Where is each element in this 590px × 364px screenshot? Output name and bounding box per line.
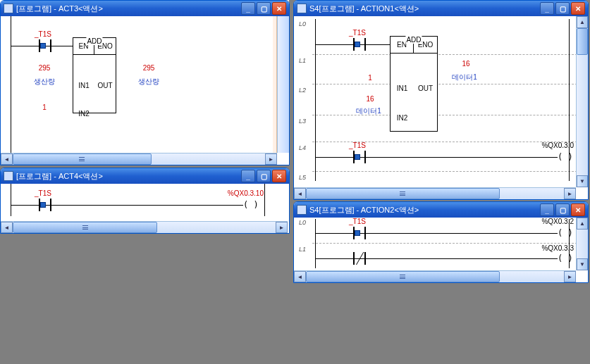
- output-addr-r4: %QX0.3.0: [541, 142, 574, 149]
- output-coil-r1[interactable]: ( ): [558, 253, 573, 263]
- window-act3: [프로그램] - ACT3<액션> _ ▢ ✕ _T1S EN ADD ENO: [0, 0, 290, 165]
- in1-value: 1: [355, 74, 386, 82]
- minimize-button[interactable]: _: [540, 203, 554, 216]
- scroll-left-btn[interactable]: ◄: [294, 188, 306, 199]
- titlebar-act4[interactable]: [프로그램] - ACT4<액션> _ ▢ ✕: [1, 168, 289, 184]
- output-addr-r1: %QX0.3.3: [541, 244, 574, 252]
- program-icon: [4, 4, 13, 13]
- contact-state: [40, 202, 46, 208]
- maximize-button[interactable]: ▢: [555, 2, 570, 15]
- program-icon: [297, 4, 307, 13]
- scrollbar-v-action1[interactable]: ▲ ▼: [576, 16, 588, 187]
- body-action2: L0 L1 _T1S ( ) %QX0.3.2 ( ) %QX: [294, 218, 588, 282]
- contact-nc[interactable]: [350, 252, 369, 265]
- minimize-button[interactable]: _: [241, 2, 255, 15]
- scrollbar-v-action2[interactable]: ▲ ▼: [576, 218, 588, 270]
- contact-label-t1s: _T1S: [35, 30, 51, 38]
- rung-l1: L1: [294, 246, 311, 253]
- title-act3: [프로그램] - ACT3<액션>: [16, 4, 238, 14]
- window-act4: [프로그램] - ACT4<액션> _ ▢ ✕ _T1S ( ) %QX0.3.…: [0, 168, 290, 234]
- output-addr-r0: %QX0.3.2: [541, 218, 574, 225]
- rung-l0: L0: [294, 219, 311, 226]
- body-act4: _T1S ( ) %QX0.3.10 ◄ ►: [1, 184, 289, 233]
- contact-state: [355, 230, 360, 236]
- scroll-down-btn[interactable]: ▼: [577, 175, 588, 187]
- output-coil[interactable]: ( ): [243, 200, 259, 210]
- title-action1: S4[프로그램] - ACTION1<액션>: [309, 4, 537, 14]
- in2-pin: IN2: [391, 108, 414, 127]
- program-icon: [297, 205, 307, 215]
- titlebar-action2[interactable]: S4[프로그램] - ACTION2<액션> _ ▢ ✕: [294, 202, 588, 218]
- output-addr: %QX0.3.10: [228, 189, 264, 197]
- out-value: 295: [133, 64, 164, 72]
- title-act4: [프로그램] - ACT4<액션>: [16, 171, 238, 182]
- close-button[interactable]: ✕: [571, 2, 585, 15]
- close-button[interactable]: ✕: [272, 2, 286, 15]
- scroll-right-btn[interactable]: ►: [276, 222, 288, 233]
- block-name: ADD: [86, 37, 102, 45]
- close-button[interactable]: ✕: [571, 203, 585, 216]
- ladder-action1: L0 L1 L2 L3 L4 L5 _T1S EN ADD: [294, 16, 588, 199]
- in2-pin: IN2: [73, 104, 94, 123]
- rung-l5: L5: [294, 174, 311, 181]
- contact-label-t1s: _T1S: [349, 29, 366, 37]
- in2-value: 1: [29, 103, 60, 111]
- scrollbar-h-action2[interactable]: ◄ ►: [294, 270, 576, 282]
- scroll-down-btn[interactable]: ▼: [577, 258, 588, 270]
- title-action2: S4[프로그램] - ACTION2<액션>: [309, 205, 537, 215]
- out-pin: OUT: [94, 76, 116, 94]
- scroll-left-btn[interactable]: ◄: [294, 271, 306, 282]
- minimize-button[interactable]: _: [540, 2, 554, 15]
- in2-name: 데이터1: [348, 106, 390, 116]
- body-action1: L0 L1 L2 L3 L4 L5 _T1S EN ADD: [294, 16, 588, 199]
- contact-label-t1s: _T1S: [349, 218, 366, 225]
- scroll-left-btn[interactable]: ◄: [1, 153, 13, 165]
- maximize-button[interactable]: ▢: [257, 2, 271, 15]
- in1-pin: IN1: [391, 79, 414, 97]
- body-act3: _T1S EN ADD ENO IN1 OUT IN2 295 생산량: [1, 16, 289, 165]
- scroll-up-btn[interactable]: ▲: [577, 218, 588, 230]
- titlebar-act3[interactable]: [프로그램] - ACT3<액션> _ ▢ ✕: [1, 1, 289, 16]
- out-value: 16: [450, 60, 481, 68]
- maximize-button[interactable]: ▢: [257, 170, 271, 182]
- rung-l4: L4: [294, 144, 311, 151]
- add-block[interactable]: EN ADD ENO IN1 OUT IN2: [390, 36, 438, 132]
- contact-state: [355, 42, 360, 47]
- in1-pin: IN1: [73, 76, 94, 94]
- window-action1: S4[프로그램] - ACTION1<액션> _ ▢ ✕ L0 L1 L2 L3…: [293, 0, 589, 200]
- minimize-button[interactable]: _: [241, 170, 255, 182]
- scrollbar-h-act4[interactable]: ◄ ►: [1, 221, 288, 233]
- contact-label-t1s: _T1S: [35, 189, 51, 197]
- out-pin: OUT: [414, 79, 437, 97]
- rung-l0: L0: [294, 20, 311, 27]
- output-coil-r4[interactable]: ( ): [558, 152, 573, 162]
- contact-state-r4: [355, 154, 360, 160]
- ladder-act3: _T1S EN ADD ENO IN1 OUT IN2 295 생산량: [1, 16, 289, 165]
- scroll-right-btn[interactable]: ►: [564, 271, 576, 282]
- scroll-right-btn[interactable]: ►: [564, 188, 576, 199]
- titlebar-action1[interactable]: S4[프로그램] - ACTION1<액션> _ ▢ ✕: [294, 1, 588, 16]
- in1-name: 생산량: [23, 77, 66, 87]
- window-action2: S4[프로그램] - ACTION2<액션> _ ▢ ✕ L0 L1 _T1S …: [293, 201, 589, 283]
- program-icon: [4, 171, 13, 181]
- add-block[interactable]: EN ADD ENO IN1 OUT IN2: [73, 37, 116, 113]
- out-name: 데이터1: [443, 73, 486, 82]
- in1-value: 295: [29, 64, 60, 72]
- contact-label-r4: _T1S: [349, 142, 366, 149]
- scroll-right-btn[interactable]: ►: [265, 153, 277, 165]
- maximize-button[interactable]: ▢: [555, 203, 570, 216]
- in2-value: 16: [355, 95, 386, 103]
- rung-l1: L1: [294, 57, 311, 64]
- block-name: ADD: [405, 36, 422, 44]
- out-name: 생산량: [128, 77, 170, 87]
- rung-l3: L3: [294, 118, 311, 125]
- scroll-left-btn[interactable]: ◄: [1, 222, 13, 233]
- scrollbar-v-act3[interactable]: [277, 16, 289, 153]
- rung-l2: L2: [294, 87, 311, 94]
- contact-state: [40, 43, 46, 49]
- output-coil-r0[interactable]: ( ): [558, 228, 573, 238]
- scroll-up-btn[interactable]: ▲: [577, 16, 588, 28]
- close-button[interactable]: ✕: [272, 170, 286, 182]
- scrollbar-h-action1[interactable]: ◄ ►: [294, 187, 576, 199]
- scrollbar-h-act3[interactable]: ◄ ►: [1, 153, 277, 165]
